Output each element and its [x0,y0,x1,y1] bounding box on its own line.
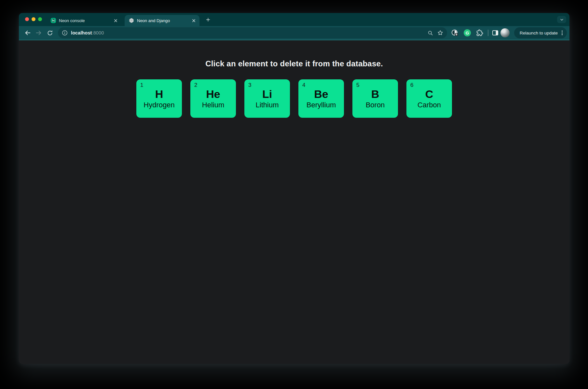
atomic-number: 5 [356,82,359,88]
address-bar[interactable]: localhost:8000 [58,27,447,38]
atomic-number: 4 [302,82,305,88]
element-card-lithium[interactable]: 3 Li Lithium [244,79,290,118]
privacy-lock-extension-icon[interactable] [450,28,459,37]
element-symbol: He [190,88,236,100]
tab-close-icon[interactable] [191,18,197,23]
side-panel-icon[interactable] [491,28,500,37]
element-card-helium[interactable]: 2 He Helium [190,79,236,118]
element-card-hydrogen[interactable]: 1 H Hydrogen [136,79,182,118]
new-tab-button[interactable] [204,15,212,24]
bookmark-star-icon[interactable] [435,28,445,38]
atomic-number: 3 [248,82,251,88]
globe-icon [129,18,134,23]
page-content: Click an element to delete it from the d… [19,40,569,363]
toolbar-divider [488,30,488,36]
element-symbol: B [352,88,398,100]
element-name: Boron [352,101,398,109]
chrome-menu-icon[interactable] [562,31,563,35]
window-controls [25,17,42,21]
element-grid: 1 H Hydrogen 2 He Helium 3 Li Lithium 4 … [19,79,569,118]
tab-close-icon[interactable] [113,18,118,23]
profile-avatar[interactable] [500,28,510,37]
tab-neon-console[interactable]: Neon console [47,15,121,26]
element-symbol: Li [244,88,290,100]
back-button[interactable] [22,27,33,38]
extensions-puzzle-icon[interactable] [475,28,484,37]
tab-neon-and-django[interactable]: Neon and Django [125,15,199,26]
extensions-cluster: G [450,28,484,37]
element-card-beryllium[interactable]: 4 Be Beryllium [298,79,344,118]
element-symbol: Be [298,88,344,100]
grammarly-extension-icon[interactable]: G [463,28,472,37]
atomic-number: 1 [140,82,143,88]
relaunch-to-update-button[interactable]: Relaunch to update [514,27,567,38]
element-card-boron[interactable]: 5 B Boron [352,79,398,118]
relaunch-label: Relaunch to update [520,31,558,35]
forward-button[interactable] [33,27,44,38]
element-name: Helium [190,101,236,109]
reload-button[interactable] [44,27,55,38]
tab-title: Neon and Django [137,18,191,23]
element-name: Lithium [244,101,290,109]
element-symbol: H [136,88,182,100]
url-text: localhost:8000 [71,30,104,35]
navigation-toolbar: localhost:8000 [19,26,569,40]
url-host: localhost [71,30,92,35]
atomic-number: 6 [410,82,413,88]
element-name: Beryllium [298,101,344,109]
element-name: Hydrogen [136,101,182,109]
tab-title: Neon console [59,18,113,23]
zoom-page-icon[interactable] [426,28,435,38]
maximize-window-button[interactable] [38,17,42,21]
neon-logo-icon [51,18,56,23]
page-heading: Click an element to delete it from the d… [19,40,569,68]
url-port: :8000 [92,30,104,35]
tab-search-chevron-button[interactable] [557,16,566,23]
element-name: Carbon [406,101,452,109]
svg-text:G: G [466,31,469,35]
element-card-carbon[interactable]: 6 C Carbon [406,79,452,118]
minimize-window-button[interactable] [32,17,35,21]
close-window-button[interactable] [25,17,29,21]
tab-strip: Neon console Neon and Django [19,13,569,26]
element-symbol: C [406,88,452,100]
atomic-number: 2 [194,82,197,88]
site-info-icon[interactable] [62,30,68,36]
browser-window: Neon console Neon and Django [19,13,569,364]
